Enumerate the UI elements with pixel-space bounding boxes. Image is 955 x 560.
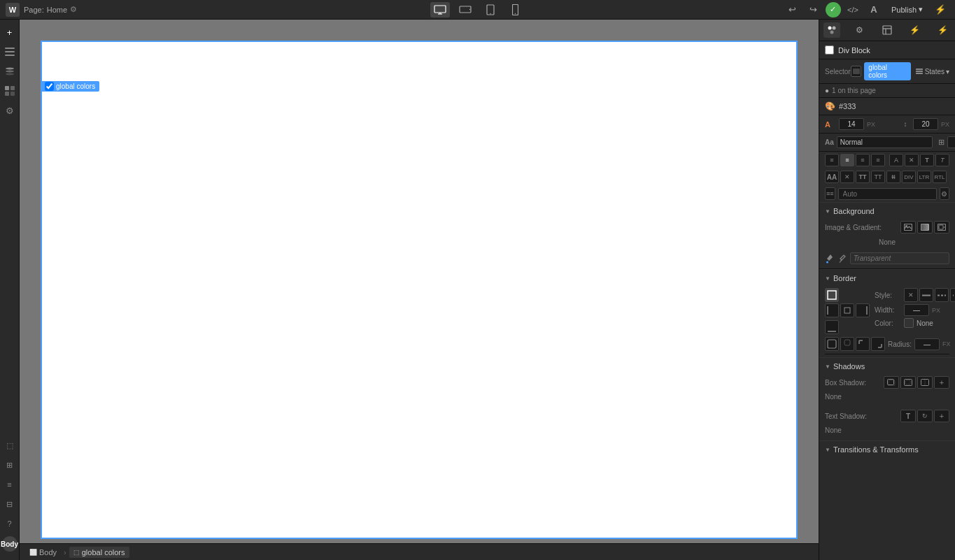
font-style-row: Aa ⊞	[819, 134, 955, 152]
selector-dropdown-icon[interactable]	[914, 66, 925, 77]
publish-button[interactable]: Publish ▾	[886, 3, 928, 15]
box-shadow-type2-btn[interactable]	[917, 376, 933, 389]
breadcrumb-global-colors[interactable]: ⬚ global colors	[69, 547, 129, 558]
states-button[interactable]: States ▾	[925, 68, 949, 76]
interactions-tab-icon[interactable]: ⚡	[907, 22, 924, 38]
user-avatar[interactable]: Body	[2, 536, 17, 552]
sidebar-select-icon[interactable]: ⬚	[1, 437, 18, 454]
border-right-btn[interactable]	[856, 303, 870, 317]
text-italic-btn[interactable]: T	[935, 154, 949, 166]
img-btn-gradient[interactable]	[917, 221, 933, 234]
border-bottom-btn[interactable]	[825, 320, 839, 334]
layout-tab-icon[interactable]	[879, 22, 896, 38]
border-width-input[interactable]	[904, 304, 929, 316]
settings-tab-icon[interactable]: ⚙	[851, 22, 868, 38]
style-tab-icon[interactable]	[823, 22, 840, 38]
border-color-label: Color:	[875, 320, 901, 327]
radius-all-btn[interactable]	[825, 337, 839, 351]
custom-code-tab-icon[interactable]: ⚡	[934, 22, 951, 38]
text-rtl-btn[interactable]: RTL	[933, 171, 947, 183]
text-size-large-btn[interactable]: AA	[825, 171, 839, 183]
box-shadow-outer-btn[interactable]	[884, 376, 899, 389]
font-icon-btn[interactable]: A	[865, 2, 883, 17]
border-style-dotted-btn[interactable]	[950, 288, 955, 302]
auto-settings-btn[interactable]: ⚙	[940, 187, 950, 200]
border-section-header[interactable]: ▼ Border	[819, 269, 955, 285]
device-tablet-btn[interactable]	[481, 2, 500, 17]
radius-input[interactable]	[914, 338, 940, 350]
border-style-dashed-btn[interactable]	[935, 288, 949, 302]
align-right-btn[interactable]: ≡	[856, 154, 870, 166]
text-div-btn[interactable]: DIV	[902, 171, 916, 183]
breadcrumb-body[interactable]: ⬜ Body	[25, 547, 61, 558]
border-color-swatch[interactable]	[904, 318, 914, 328]
sidebar-add-icon[interactable]: +	[1, 24, 18, 41]
border-style-none-btn[interactable]: ✕	[904, 288, 918, 302]
columns-icon: ⊞	[938, 138, 945, 148]
sidebar-help-icon[interactable]: ?	[1, 515, 18, 532]
text-shadow-add-btn[interactable]: +	[934, 410, 949, 422]
sidebar-apps-icon[interactable]: ⊟	[1, 496, 18, 512]
device-tablet-landscape-btn[interactable]	[455, 2, 475, 17]
radius-tr-btn[interactable]	[871, 337, 885, 351]
code-btn[interactable]: </>	[844, 2, 862, 17]
bg-eyedropper-icon[interactable]	[837, 254, 847, 264]
text-shadow-t-btn[interactable]: T	[900, 410, 916, 422]
border-left-btn[interactable]	[825, 303, 839, 317]
img-btn-video[interactable]	[934, 221, 949, 234]
radius-tl-btn[interactable]	[856, 337, 870, 351]
align-justify-btn[interactable]: ≡	[871, 154, 885, 166]
selector-icon-btn[interactable]	[851, 66, 862, 77]
align-center-btn[interactable]: ≡	[840, 154, 854, 166]
img-btn-image[interactable]	[900, 221, 916, 234]
more-options-btn[interactable]: ⚡	[931, 2, 949, 17]
shadows-section-header[interactable]: ▼ Shadows	[819, 357, 955, 373]
svg-point-37	[840, 261, 841, 263]
canvas-element-label[interactable]: global colors	[41, 81, 99, 92]
line-height-input[interactable]	[913, 118, 938, 130]
border-section-title: Border	[833, 274, 856, 282]
box-shadow-inner-btn[interactable]	[900, 376, 916, 389]
border-style-solid-btn[interactable]	[919, 288, 933, 302]
border-inner-btn[interactable]	[840, 303, 854, 317]
svg-rect-0	[434, 6, 446, 13]
page-settings-icon[interactable]: ⚙	[70, 5, 77, 14]
text-shadow-rotate-btn[interactable]: ↻	[917, 410, 933, 422]
sidebar-settings-icon[interactable]: ⚙	[1, 102, 18, 119]
background-section-header[interactable]: ▼ Background	[819, 202, 955, 218]
text-strike-btn[interactable]: ✕	[840, 171, 854, 183]
border-all-btn[interactable]	[825, 288, 839, 302]
text-color-btn[interactable]: A	[889, 154, 903, 166]
text-shadow-header: Text Shadow: T ↻ +	[825, 410, 949, 422]
font-size-input[interactable]	[839, 118, 864, 130]
columns-input[interactable]	[947, 136, 955, 148]
text-clear-btn[interactable]: ✕	[905, 154, 919, 166]
align-left-btn[interactable]: ≡	[825, 154, 839, 166]
device-mobile-btn[interactable]	[506, 2, 525, 17]
sidebar-components-icon[interactable]	[1, 82, 18, 99]
auto-input[interactable]	[838, 188, 937, 200]
text-tt-btn[interactable]: TT	[856, 171, 870, 183]
selector-chip[interactable]: global colors	[864, 62, 911, 80]
font-style-input[interactable]	[837, 136, 933, 148]
sidebar-crop-icon[interactable]: ⊞	[1, 457, 18, 473]
undo-btn[interactable]: ↩	[784, 2, 802, 17]
bg-color-input[interactable]	[850, 252, 949, 264]
transitions-section-header[interactable]: ▼ Transitions & Transforms	[819, 440, 955, 457]
text-ltr-btn[interactable]: LTR	[917, 171, 931, 183]
box-shadow-add-btn[interactable]: +	[934, 376, 949, 389]
sidebar-nav-icon[interactable]	[1, 43, 18, 60]
text-bold-btn[interactable]: T	[920, 154, 934, 166]
canvas-area[interactable]: global colors ⬜ Body › ⬚ global colors	[20, 20, 819, 560]
font-style-icon: Aa	[825, 138, 834, 146]
div-block-checkbox[interactable]	[825, 45, 834, 55]
auto-icon-btn[interactable]: ≡≡	[825, 187, 835, 200]
redo-btn[interactable]: ↪	[805, 2, 823, 17]
radius-inner-btn[interactable]	[840, 337, 854, 351]
element-checkbox[interactable]	[45, 82, 54, 91]
sidebar-layers-icon[interactable]	[1, 63, 18, 80]
text-tt3-btn[interactable]: tt	[886, 171, 900, 183]
device-desktop-btn[interactable]	[430, 2, 450, 17]
text-tt2-btn[interactable]: TT	[871, 171, 885, 183]
sidebar-data-icon[interactable]: ≡	[1, 476, 18, 493]
